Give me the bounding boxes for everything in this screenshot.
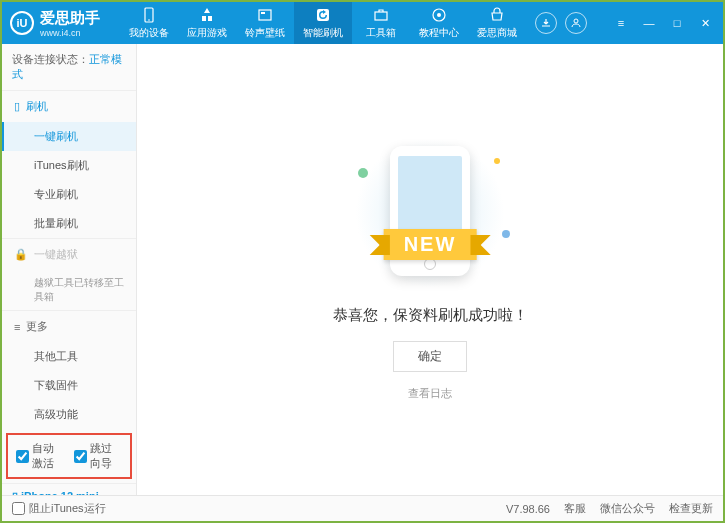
nav-label: 铃声壁纸 <box>245 26 285 40</box>
block-itunes-label: 阻止iTunes运行 <box>29 501 106 516</box>
app-window: iU 爱思助手 www.i4.cn 我的设备 应用游戏 铃声壁纸 智能刷机 工具… <box>0 0 725 523</box>
svg-point-1 <box>148 19 150 21</box>
svg-rect-2 <box>259 10 271 20</box>
nav-apps[interactable]: 应用游戏 <box>178 2 236 44</box>
store-icon <box>488 6 506 24</box>
flash-title: 刷机 <box>26 99 48 114</box>
skip-guide-checkbox[interactable]: 跳过向导 <box>74 441 122 471</box>
sidebar-item-oneclick[interactable]: 一键刷机 <box>2 122 136 151</box>
toolbox-icon <box>372 6 390 24</box>
nav-label: 工具箱 <box>366 26 396 40</box>
sidebar-item-firmware[interactable]: 下载固件 <box>2 371 136 400</box>
sidebar-jailbreak-header[interactable]: 🔒一键越狱 <box>2 239 136 270</box>
minimize-icon[interactable]: — <box>639 13 659 33</box>
nav-ringtones[interactable]: 铃声壁纸 <box>236 2 294 44</box>
view-log-link[interactable]: 查看日志 <box>408 386 452 401</box>
sidebar-flash-header[interactable]: ▯刷机 <box>2 91 136 122</box>
success-message: 恭喜您，保资料刷机成功啦！ <box>333 306 528 325</box>
body: 设备连接状态：正常模式 ▯刷机 一键刷机 iTunes刷机 专业刷机 批量刷机 … <box>2 44 723 495</box>
sidebar-more-header[interactable]: ≡更多 <box>2 311 136 342</box>
menu-icon[interactable]: ≡ <box>611 13 631 33</box>
new-ribbon: NEW <box>384 229 477 260</box>
user-button[interactable] <box>565 12 587 34</box>
titlebar: iU 爱思助手 www.i4.cn 我的设备 应用游戏 铃声壁纸 智能刷机 工具… <box>2 2 723 44</box>
sidebar-item-itunes[interactable]: iTunes刷机 <box>2 151 136 180</box>
nav-label: 爱思商城 <box>477 26 517 40</box>
phone-icon: ▯ <box>14 100 20 113</box>
nav-label: 应用游戏 <box>187 26 227 40</box>
auto-activate-checkbox[interactable]: 自动激活 <box>16 441 64 471</box>
wallpaper-icon <box>256 6 274 24</box>
footer: 阻止iTunes运行 V7.98.66 客服 微信公众号 检查更新 <box>2 495 723 521</box>
status-label: 设备连接状态： <box>12 53 89 65</box>
app-name: 爱思助手 <box>40 9 100 28</box>
svg-point-8 <box>574 19 578 23</box>
logo-icon: iU <box>10 11 34 35</box>
success-illustration: NEW <box>340 138 520 288</box>
app-logo: iU 爱思助手 www.i4.cn <box>10 9 100 38</box>
sidebar: 设备连接状态：正常模式 ▯刷机 一键刷机 iTunes刷机 专业刷机 批量刷机 … <box>2 44 137 495</box>
app-url: www.i4.cn <box>40 28 100 38</box>
block-itunes-checkbox[interactable]: 阻止iTunes运行 <box>12 501 106 516</box>
more-title: 更多 <box>26 319 48 334</box>
footer-update[interactable]: 检查更新 <box>669 501 713 516</box>
nav-label: 教程中心 <box>419 26 459 40</box>
nav-label: 智能刷机 <box>303 26 343 40</box>
apps-icon <box>198 6 216 24</box>
main-content: NEW 恭喜您，保资料刷机成功啦！ 确定 查看日志 <box>137 44 723 495</box>
lock-icon: 🔒 <box>14 248 28 261</box>
download-button[interactable] <box>535 12 557 34</box>
main-nav: 我的设备 应用游戏 铃声壁纸 智能刷机 工具箱 教程中心 爱思商城 <box>120 2 526 44</box>
sidebar-item-other[interactable]: 其他工具 <box>2 342 136 371</box>
titlebar-controls: ≡ — □ ✕ <box>535 12 715 34</box>
footer-wechat[interactable]: 微信公众号 <box>600 501 655 516</box>
device-info[interactable]: ▯ iPhone 12 mini 64GB Down-12mini-13,1 <box>2 483 136 495</box>
version-label: V7.98.66 <box>506 503 550 515</box>
sidebar-item-batch[interactable]: 批量刷机 <box>2 209 136 238</box>
ok-button[interactable]: 确定 <box>393 341 467 372</box>
svg-rect-5 <box>375 12 387 20</box>
nav-flash[interactable]: 智能刷机 <box>294 2 352 44</box>
svg-rect-3 <box>261 12 265 14</box>
refresh-icon <box>314 6 332 24</box>
nav-toolbox[interactable]: 工具箱 <box>352 2 410 44</box>
phone-icon <box>140 6 158 24</box>
nav-my-device[interactable]: 我的设备 <box>120 2 178 44</box>
nav-tutorials[interactable]: 教程中心 <box>410 2 468 44</box>
close-icon[interactable]: ✕ <box>695 13 715 33</box>
auto-activate-label: 自动激活 <box>32 441 64 471</box>
jailbreak-title: 一键越狱 <box>34 247 78 262</box>
footer-support[interactable]: 客服 <box>564 501 586 516</box>
connection-status: 设备连接状态：正常模式 <box>2 44 136 90</box>
sidebar-item-advanced[interactable]: 高级功能 <box>2 400 136 429</box>
skip-guide-label: 跳过向导 <box>90 441 122 471</box>
book-icon <box>430 6 448 24</box>
menu-icon: ≡ <box>14 321 20 333</box>
svg-point-7 <box>437 13 441 17</box>
maximize-icon[interactable]: □ <box>667 13 687 33</box>
nav-store[interactable]: 爱思商城 <box>468 2 526 44</box>
jailbreak-note: 越狱工具已转移至工具箱 <box>2 270 136 310</box>
nav-label: 我的设备 <box>129 26 169 40</box>
sidebar-item-pro[interactable]: 专业刷机 <box>2 180 136 209</box>
highlighted-options: 自动激活 跳过向导 <box>6 433 132 479</box>
